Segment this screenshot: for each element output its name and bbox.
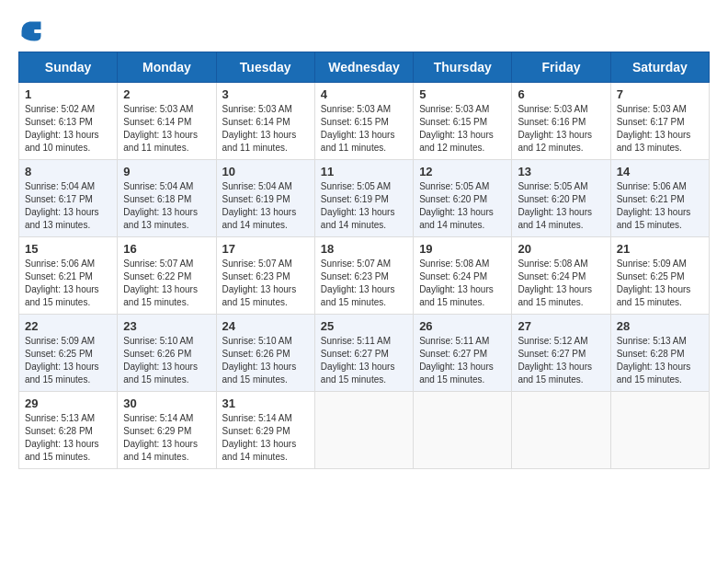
day-info: Sunrise: 5:03 AM Sunset: 6:14 PM Dayligh… [123, 103, 210, 155]
day-info: Sunrise: 5:03 AM Sunset: 6:17 PM Dayligh… [617, 103, 703, 155]
calendar-cell: 20Sunrise: 5:08 AM Sunset: 6:24 PM Dayli… [512, 237, 610, 315]
day-info: Sunrise: 5:09 AM Sunset: 6:25 PM Dayligh… [617, 258, 703, 309]
page-header [18, 18, 710, 44]
day-number: 27 [518, 319, 604, 333]
day-number: 26 [419, 319, 506, 333]
day-number: 12 [419, 165, 506, 178]
day-info: Sunrise: 5:07 AM Sunset: 6:22 PM Dayligh… [123, 258, 210, 309]
day-info: Sunrise: 5:06 AM Sunset: 6:21 PM Dayligh… [25, 258, 111, 309]
day-number: 22 [25, 319, 111, 333]
calendar-cell [314, 392, 413, 469]
day-info: Sunrise: 5:02 AM Sunset: 6:13 PM Dayligh… [25, 103, 111, 155]
calendar-cell: 25Sunrise: 5:11 AM Sunset: 6:27 PM Dayli… [314, 315, 413, 392]
day-number: 30 [123, 396, 210, 410]
calendar-cell: 4Sunrise: 5:03 AM Sunset: 6:15 PM Daylig… [314, 83, 413, 160]
day-number: 28 [617, 319, 703, 333]
day-info: Sunrise: 5:03 AM Sunset: 6:15 PM Dayligh… [321, 103, 407, 155]
calendar-header: SundayMondayTuesdayWednesdayThursdayFrid… [19, 52, 710, 83]
weekday-header-monday: Monday [118, 52, 216, 83]
day-info: Sunrise: 5:11 AM Sunset: 6:27 PM Dayligh… [419, 335, 506, 386]
calendar-week-1: 1Sunrise: 5:02 AM Sunset: 6:13 PM Daylig… [19, 83, 710, 160]
day-number: 14 [617, 165, 703, 178]
day-info: Sunrise: 5:12 AM Sunset: 6:27 PM Dayligh… [518, 335, 604, 386]
calendar-body: 1Sunrise: 5:02 AM Sunset: 6:13 PM Daylig… [19, 83, 710, 469]
calendar-week-2: 8Sunrise: 5:04 AM Sunset: 6:17 PM Daylig… [19, 160, 710, 237]
calendar-cell: 7Sunrise: 5:03 AM Sunset: 6:17 PM Daylig… [610, 83, 709, 160]
calendar-table: SundayMondayTuesdayWednesdayThursdayFrid… [18, 52, 710, 469]
day-info: Sunrise: 5:05 AM Sunset: 6:20 PM Dayligh… [518, 180, 604, 232]
logo-icon [18, 18, 44, 44]
calendar-cell: 9Sunrise: 5:04 AM Sunset: 6:18 PM Daylig… [118, 160, 216, 237]
calendar-cell: 2Sunrise: 5:03 AM Sunset: 6:14 PM Daylig… [118, 83, 216, 160]
calendar-week-5: 29Sunrise: 5:13 AM Sunset: 6:28 PM Dayli… [19, 392, 710, 469]
day-number: 5 [419, 87, 506, 101]
day-number: 10 [222, 165, 309, 178]
calendar-week-3: 15Sunrise: 5:06 AM Sunset: 6:21 PM Dayli… [19, 237, 710, 315]
day-number: 1 [25, 87, 111, 101]
day-info: Sunrise: 5:05 AM Sunset: 6:20 PM Dayligh… [419, 180, 506, 232]
day-number: 15 [25, 242, 111, 256]
day-number: 16 [123, 242, 210, 256]
calendar-cell: 8Sunrise: 5:04 AM Sunset: 6:17 PM Daylig… [19, 160, 118, 237]
day-number: 25 [321, 319, 407, 333]
day-info: Sunrise: 5:05 AM Sunset: 6:19 PM Dayligh… [321, 180, 407, 232]
calendar-cell: 19Sunrise: 5:08 AM Sunset: 6:24 PM Dayli… [414, 237, 512, 315]
day-info: Sunrise: 5:03 AM Sunset: 6:15 PM Dayligh… [419, 103, 506, 155]
day-info: Sunrise: 5:03 AM Sunset: 6:14 PM Dayligh… [222, 103, 309, 155]
calendar-cell [610, 392, 709, 469]
weekday-header-saturday: Saturday [610, 52, 709, 83]
day-info: Sunrise: 5:04 AM Sunset: 6:18 PM Dayligh… [123, 180, 210, 232]
calendar-cell: 3Sunrise: 5:03 AM Sunset: 6:14 PM Daylig… [216, 83, 314, 160]
day-number: 21 [617, 242, 703, 256]
calendar-cell: 11Sunrise: 5:05 AM Sunset: 6:19 PM Dayli… [314, 160, 413, 237]
calendar-cell: 26Sunrise: 5:11 AM Sunset: 6:27 PM Dayli… [414, 315, 512, 392]
day-number: 4 [321, 87, 407, 101]
day-number: 23 [123, 319, 210, 333]
day-number: 7 [617, 87, 703, 101]
day-info: Sunrise: 5:14 AM Sunset: 6:29 PM Dayligh… [222, 412, 309, 464]
calendar-cell: 10Sunrise: 5:04 AM Sunset: 6:19 PM Dayli… [216, 160, 314, 237]
day-info: Sunrise: 5:13 AM Sunset: 6:28 PM Dayligh… [25, 412, 111, 464]
day-info: Sunrise: 5:03 AM Sunset: 6:16 PM Dayligh… [518, 103, 604, 155]
calendar-cell: 6Sunrise: 5:03 AM Sunset: 6:16 PM Daylig… [512, 83, 610, 160]
day-number: 9 [123, 165, 210, 178]
weekday-header-wednesday: Wednesday [314, 52, 413, 83]
calendar-cell: 17Sunrise: 5:07 AM Sunset: 6:23 PM Dayli… [216, 237, 314, 315]
calendar-cell [512, 392, 610, 469]
calendar-cell: 21Sunrise: 5:09 AM Sunset: 6:25 PM Dayli… [610, 237, 709, 315]
calendar-cell: 30Sunrise: 5:14 AM Sunset: 6:29 PM Dayli… [118, 392, 216, 469]
day-info: Sunrise: 5:04 AM Sunset: 6:19 PM Dayligh… [222, 180, 309, 232]
day-number: 18 [321, 242, 407, 256]
calendar-cell: 16Sunrise: 5:07 AM Sunset: 6:22 PM Dayli… [118, 237, 216, 315]
day-info: Sunrise: 5:10 AM Sunset: 6:26 PM Dayligh… [222, 335, 309, 386]
day-number: 6 [518, 87, 604, 101]
calendar-week-4: 22Sunrise: 5:09 AM Sunset: 6:25 PM Dayli… [19, 315, 710, 392]
day-info: Sunrise: 5:08 AM Sunset: 6:24 PM Dayligh… [518, 258, 604, 309]
day-number: 31 [222, 396, 309, 410]
weekday-header-row: SundayMondayTuesdayWednesdayThursdayFrid… [19, 52, 710, 83]
calendar-cell: 5Sunrise: 5:03 AM Sunset: 6:15 PM Daylig… [414, 83, 512, 160]
weekday-header-tuesday: Tuesday [216, 52, 314, 83]
day-number: 17 [222, 242, 309, 256]
calendar-cell: 1Sunrise: 5:02 AM Sunset: 6:13 PM Daylig… [19, 83, 118, 160]
day-info: Sunrise: 5:07 AM Sunset: 6:23 PM Dayligh… [321, 258, 407, 309]
day-number: 3 [222, 87, 309, 101]
calendar-cell: 13Sunrise: 5:05 AM Sunset: 6:20 PM Dayli… [512, 160, 610, 237]
calendar-cell: 31Sunrise: 5:14 AM Sunset: 6:29 PM Dayli… [216, 392, 314, 469]
calendar-cell: 14Sunrise: 5:06 AM Sunset: 6:21 PM Dayli… [610, 160, 709, 237]
day-number: 2 [123, 87, 210, 101]
calendar-cell [414, 392, 512, 469]
calendar-cell: 12Sunrise: 5:05 AM Sunset: 6:20 PM Dayli… [414, 160, 512, 237]
day-info: Sunrise: 5:09 AM Sunset: 6:25 PM Dayligh… [25, 335, 111, 386]
calendar-cell: 22Sunrise: 5:09 AM Sunset: 6:25 PM Dayli… [19, 315, 118, 392]
day-number: 8 [25, 165, 111, 178]
weekday-header-friday: Friday [512, 52, 610, 83]
calendar-cell: 27Sunrise: 5:12 AM Sunset: 6:27 PM Dayli… [512, 315, 610, 392]
weekday-header-sunday: Sunday [19, 52, 118, 83]
calendar-cell: 29Sunrise: 5:13 AM Sunset: 6:28 PM Dayli… [19, 392, 118, 469]
day-info: Sunrise: 5:11 AM Sunset: 6:27 PM Dayligh… [321, 335, 407, 386]
day-number: 20 [518, 242, 604, 256]
calendar-cell: 24Sunrise: 5:10 AM Sunset: 6:26 PM Dayli… [216, 315, 314, 392]
calendar-cell: 23Sunrise: 5:10 AM Sunset: 6:26 PM Dayli… [118, 315, 216, 392]
calendar-cell: 15Sunrise: 5:06 AM Sunset: 6:21 PM Dayli… [19, 237, 118, 315]
